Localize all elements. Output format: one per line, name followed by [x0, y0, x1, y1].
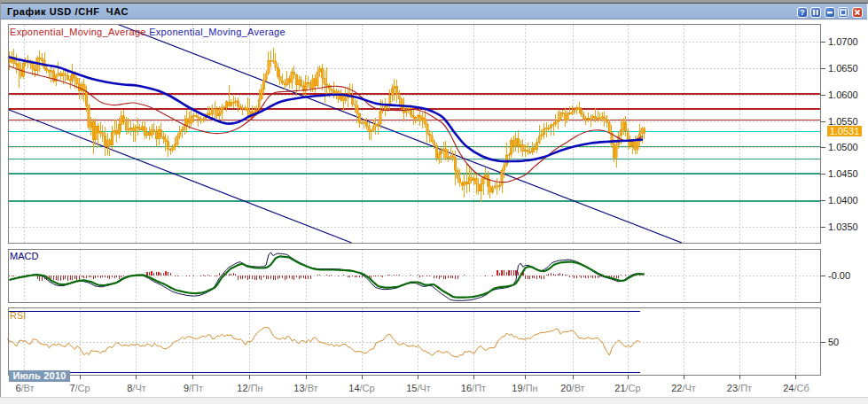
- svg-text:?: ?: [800, 8, 805, 17]
